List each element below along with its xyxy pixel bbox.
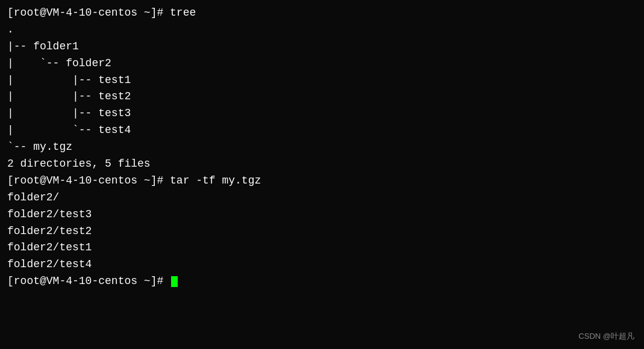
- terminal-line: | |-- test2: [7, 88, 637, 105]
- terminal-line: | `-- test4: [7, 122, 637, 139]
- terminal-window: [root@VM-4-10-centos ~]# tree.|-- folder…: [0, 0, 644, 349]
- terminal-line: 2 directories, 5 files: [7, 156, 637, 173]
- terminal-line: folder2/test4: [7, 256, 637, 273]
- watermark: CSDN @叶超凡: [578, 331, 634, 342]
- terminal-line: [root@VM-4-10-centos ~]# tree: [7, 5, 637, 22]
- terminal-output: [root@VM-4-10-centos ~]# tree.|-- folder…: [7, 5, 637, 290]
- terminal-line: | `-- folder2: [7, 55, 637, 72]
- terminal-line: folder2/test3: [7, 206, 637, 223]
- terminal-line: folder2/test1: [7, 239, 637, 256]
- terminal-line: [root@VM-4-10-centos ~]# tar -tf my.tgz: [7, 173, 637, 190]
- terminal-line: .: [7, 22, 637, 39]
- terminal-line: | |-- test3: [7, 105, 637, 122]
- terminal-line: [root@VM-4-10-centos ~]#: [7, 273, 637, 290]
- terminal-line: | |-- test1: [7, 72, 637, 89]
- terminal-line: `-- my.tgz: [7, 139, 637, 156]
- terminal-line: folder2/test2: [7, 223, 637, 240]
- cursor: [171, 276, 178, 287]
- terminal-line: |-- folder1: [7, 39, 637, 55]
- terminal-line: folder2/: [7, 190, 637, 206]
